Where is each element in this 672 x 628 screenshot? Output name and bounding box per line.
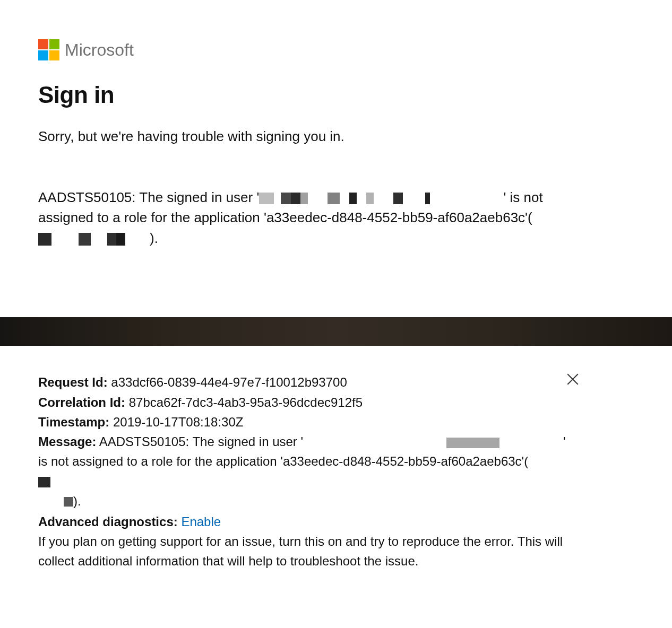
close-icon: [566, 372, 580, 386]
error-app-id: a33eedec-d848-4552-bb59-af60a2aeb63c: [266, 210, 525, 225]
microsoft-logo: Microsoft: [38, 39, 634, 60]
message-mid2: '(: [522, 454, 529, 468]
correlation-id-label: Correlation Id:: [38, 395, 125, 409]
correlation-id-row: Correlation Id: 87bca62f-7dc3-4ab3-95a3-…: [38, 392, 634, 412]
close-button[interactable]: [566, 372, 580, 386]
page-title: Sign in: [38, 82, 634, 108]
error-suffix: ).: [150, 230, 158, 246]
message-row: Message: AADSTS50105: The signed in user…: [38, 432, 574, 491]
message-suffix: ).: [73, 494, 81, 508]
error-message: AADSTS50105: The signed in user '' is no…: [38, 187, 569, 248]
timestamp-row: Timestamp: 2019-10-17T08:18:30Z: [38, 412, 634, 432]
advanced-diagnostics-row: Advanced diagnostics: Enable: [38, 512, 634, 531]
message-app-id: a33eedec-d848-4552-bb59-af60a2aeb63c: [283, 454, 522, 468]
diagnostics-help-text: If you plan on getting support for an is…: [38, 531, 574, 571]
microsoft-logo-text: Microsoft: [65, 40, 134, 60]
message-row-tail: ).: [64, 491, 600, 511]
redacted-tail: [64, 497, 73, 507]
timestamp-value: 2019-10-17T08:18:30Z: [113, 415, 244, 429]
request-id-label: Request Id:: [38, 375, 108, 389]
timestamp-label: Timestamp:: [38, 415, 109, 429]
correlation-id-value: 87bca62f-7dc3-4ab3-95a3-96dcdec912f5: [129, 395, 363, 409]
message-prefix: AADSTS50105: The signed in user ': [99, 434, 303, 449]
enable-diagnostics-link[interactable]: Enable: [181, 514, 221, 529]
request-id-value: a33dcf66-0839-44e4-97e7-f10012b93700: [111, 375, 347, 389]
message-label: Message:: [38, 434, 96, 449]
error-mid2: '(: [525, 210, 532, 225]
redacted-user-2: [446, 438, 499, 448]
request-id-row: Request Id: a33dcf66-0839-44e4-97e7-f100…: [38, 372, 634, 392]
redacted-app-name-2: [38, 477, 107, 487]
redacted-user: [259, 193, 503, 204]
microsoft-logo-icon: [38, 39, 59, 60]
error-prefix: AADSTS50105: The signed in user ': [38, 189, 259, 205]
redacted-app-name: [38, 233, 150, 246]
advanced-diagnostics-label: Advanced diagnostics:: [38, 514, 178, 529]
signin-trouble-text: Sorry, but we're having trouble with sig…: [38, 128, 634, 145]
background-band: [0, 317, 672, 346]
